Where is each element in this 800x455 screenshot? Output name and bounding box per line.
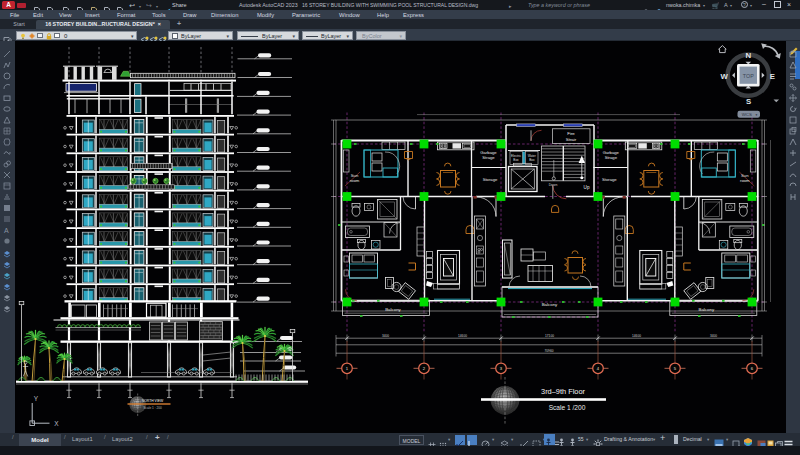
svg-text:Strage: Strage [605, 155, 618, 160]
svg-text:Y: Y [34, 395, 39, 402]
svg-text:Up: Up [584, 185, 590, 190]
svg-text:Water: Water [528, 154, 536, 158]
svg-text:WCS: WCS [742, 112, 752, 117]
svg-text:room: room [740, 178, 750, 183]
svg-text:14600: 14600 [458, 334, 467, 338]
svg-text:▾: ▾ [756, 113, 758, 117]
svg-text:70960: 70960 [545, 349, 554, 353]
svg-text:N: N [745, 51, 751, 60]
svg-text:Box: Box [513, 158, 519, 162]
svg-text:Garbage: Garbage [603, 150, 620, 155]
svg-text:Scale 1 : 200: Scale 1 : 200 [143, 406, 162, 410]
svg-text:TOP: TOP [743, 73, 754, 79]
svg-text:Garbage: Garbage [480, 150, 497, 155]
svg-text:Electric: Electric [511, 154, 522, 158]
svg-text:3400: 3400 [382, 334, 389, 338]
svg-text:Scale 1 /200: Scale 1 /200 [549, 404, 586, 411]
svg-text:3400: 3400 [710, 334, 717, 338]
svg-text:Fire: Fire [567, 131, 575, 136]
svg-text:Sun: Sun [351, 173, 359, 178]
svg-text:3rd–9th Floor: 3rd–9th Floor [541, 387, 585, 396]
svg-text:Strair: Strair [566, 137, 577, 142]
svg-text:Balcony: Balcony [542, 302, 558, 307]
svg-text:Box: Box [529, 158, 535, 162]
svg-text:X: X [54, 420, 59, 427]
svg-text:Sun: Sun [741, 173, 749, 178]
svg-text:room: room [350, 178, 360, 183]
svg-text:S: S [746, 97, 751, 106]
svg-text:Balcony: Balcony [698, 307, 714, 312]
svg-text:Balcony: Balcony [385, 307, 401, 312]
svg-text:W: W [721, 72, 729, 81]
svg-text:Strage: Strage [482, 155, 495, 160]
svg-text:E: E [770, 72, 775, 81]
svg-text:17100: 17100 [545, 334, 554, 338]
svg-text:Storage: Storage [483, 177, 498, 182]
svg-text:NORTH VIEW: NORTH VIEW [142, 399, 164, 403]
svg-text:14600: 14600 [632, 334, 641, 338]
svg-text:Storage: Storage [602, 177, 617, 182]
